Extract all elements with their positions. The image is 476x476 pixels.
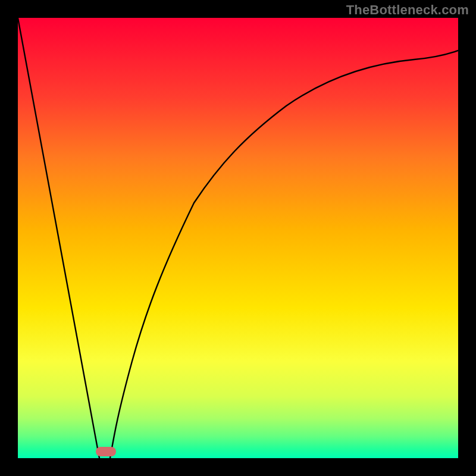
watermark-text: TheBottleneck.com bbox=[346, 2, 469, 18]
plot-area bbox=[18, 18, 458, 458]
bottleneck-marker bbox=[96, 447, 116, 456]
left-slope-line bbox=[18, 18, 99, 458]
curve-layer bbox=[18, 18, 458, 458]
chart-frame: TheBottleneck.com bbox=[0, 0, 476, 476]
right-curve-line bbox=[110, 51, 458, 458]
